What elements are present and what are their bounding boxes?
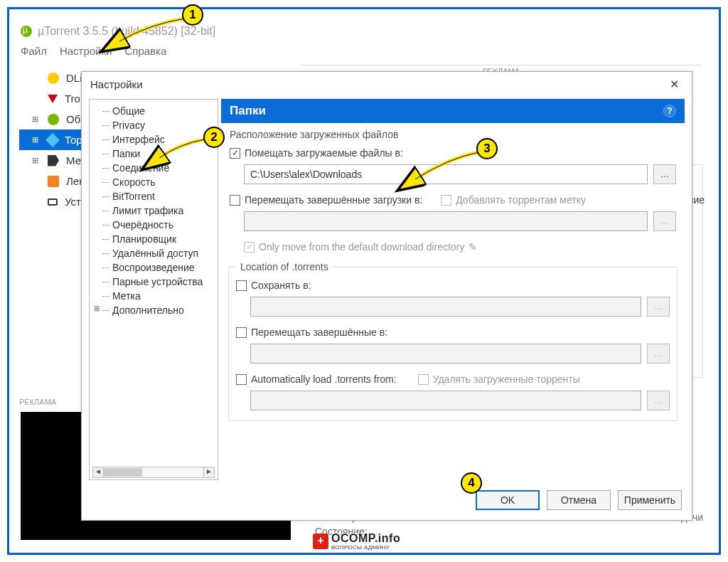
label-put-files: Помещать загружаемые файлы в: xyxy=(245,147,403,159)
tron-icon xyxy=(48,95,58,103)
expand-icon[interactable]: ⊞ xyxy=(32,135,41,144)
ok-button[interactable]: OK xyxy=(476,490,540,510)
tree-item-advanced[interactable]: Дополнительно xyxy=(92,303,218,317)
label-icon xyxy=(48,155,59,166)
torrent-icon xyxy=(46,133,60,147)
annotation-3: 3 xyxy=(476,138,498,159)
apply-button[interactable]: Применить xyxy=(618,490,682,510)
help-icon[interactable]: ? xyxy=(663,105,676,117)
annotation-4: 4 xyxy=(461,472,482,494)
label-delete-loaded: Удалять загруженные торренты xyxy=(433,373,580,385)
close-icon[interactable]: ✕ xyxy=(665,78,683,91)
tree-item-speed[interactable]: Скорость xyxy=(92,175,218,189)
checkbox-only-move: ✓ xyxy=(244,242,255,253)
browse-button-disabled-4: ... xyxy=(647,391,670,410)
annotation-arrow-1 xyxy=(114,17,192,55)
scroll-thumb[interactable] xyxy=(104,468,142,477)
watermark: + OCOMP.info ВОПРОСЫ АДМИНУ xyxy=(313,532,400,551)
browse-button[interactable]: ... xyxy=(653,164,676,184)
checkbox-store-in[interactable] xyxy=(236,280,247,291)
menu-file[interactable]: Файл xyxy=(21,45,47,57)
annotation-1: 1 xyxy=(182,4,203,26)
watermark-sub: ВОПРОСЫ АДМИНУ xyxy=(331,545,400,551)
annotation-2: 2 xyxy=(203,127,225,148)
input-store-path xyxy=(250,297,641,317)
browse-button-disabled-2: ... xyxy=(647,297,670,317)
ad-label-side: РЕКЛАМА xyxy=(19,398,56,406)
tree-item-playback[interactable]: Воспроизведение xyxy=(92,260,218,275)
dlive-icon xyxy=(48,73,59,84)
dialog-titlebar: Настройки ✕ xyxy=(82,72,692,97)
annotation-arrow-2 xyxy=(155,138,212,169)
scroll-right-icon[interactable]: ► xyxy=(203,467,215,478)
annotation-arrow-3 xyxy=(410,151,488,189)
input-autoload-path xyxy=(250,391,641,410)
menu-settings[interactable]: Настройки xyxy=(60,45,112,57)
utorrent-logo-icon xyxy=(21,26,32,37)
tree-item-label[interactable]: Метка xyxy=(92,289,218,303)
tree-item-paired[interactable]: Парные устройства xyxy=(92,275,218,289)
tree-item-bittorrent[interactable]: BitTorrent xyxy=(92,189,218,203)
tree-scrollbar[interactable]: ◄ ► xyxy=(92,467,215,478)
tree-item-scheduler[interactable]: Планировщик xyxy=(92,232,218,246)
checkbox-delete-loaded xyxy=(418,374,429,385)
pencil-icon: ✎ xyxy=(469,241,477,253)
device-icon xyxy=(48,198,58,206)
dialog-buttons: OK Отмена Применить xyxy=(476,490,682,510)
checkbox-append-label xyxy=(441,195,451,206)
label-store-in: Сохранять в: xyxy=(251,280,311,291)
dialog-title: Настройки xyxy=(90,78,143,90)
scroll-left-icon[interactable]: ◄ xyxy=(92,467,104,478)
group-torrent-location: Location of .torrents Сохранять в: ... П… xyxy=(228,261,678,421)
label-append-label: Добавлять торрентам метку xyxy=(456,194,586,206)
label-autoload: Automatically load .torrents from: xyxy=(251,373,397,385)
tree-item-privacy[interactable]: Privacy xyxy=(92,118,218,132)
tree-item-queue[interactable]: Очерёдность xyxy=(92,218,218,232)
cancel-button[interactable]: Отмена xyxy=(547,490,611,510)
group-downloaded-location: Расположение загруженных файлов xyxy=(230,129,676,140)
section-title: Папки xyxy=(230,104,266,118)
watermark-text: OCOMP.info xyxy=(331,532,400,544)
group-torrent-location-title: Location of .torrents xyxy=(236,261,333,272)
checkbox-autoload[interactable] xyxy=(236,374,247,385)
section-header: Папки ? xyxy=(221,99,685,123)
expand-icon[interactable]: ⊞ xyxy=(32,115,41,124)
label-only-move: Only move from the default download dire… xyxy=(259,241,464,253)
input-move2-path xyxy=(250,344,641,364)
browse-button-disabled-3: ... xyxy=(647,344,670,364)
tree-item-remote[interactable]: Удалённый доступ xyxy=(92,246,218,260)
rss-icon xyxy=(48,176,59,187)
input-move-path xyxy=(244,211,648,231)
expand-icon[interactable]: ⊞ xyxy=(32,156,41,165)
update-icon xyxy=(48,114,59,125)
checkbox-put-files[interactable]: ✓ xyxy=(230,148,240,159)
label-move-completed2: Перемещать завершённые в: xyxy=(251,327,387,338)
tree-item-traffic[interactable]: Лимит трафика xyxy=(92,203,218,218)
checkbox-move-completed[interactable] xyxy=(230,195,240,206)
label-move-completed: Перемещать завершённые загрузки в: xyxy=(245,194,422,206)
tree-item-general[interactable]: Общие xyxy=(92,104,218,118)
browse-button-disabled: ... xyxy=(653,211,676,231)
watermark-icon: + xyxy=(313,534,328,549)
checkbox-move-completed2[interactable] xyxy=(236,327,247,338)
